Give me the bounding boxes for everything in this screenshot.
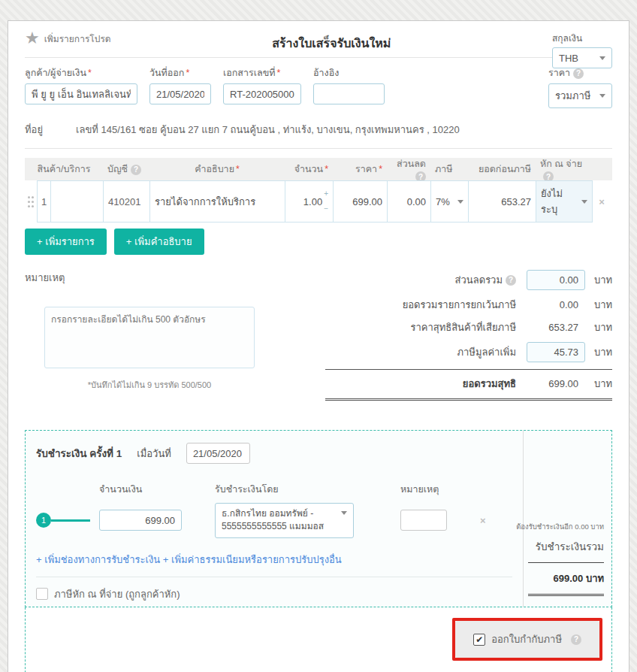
notes-label: หมายเหตุ <box>25 270 295 286</box>
payment-date-input[interactable] <box>186 443 250 464</box>
payment-amount-input[interactable] <box>99 510 182 531</box>
payment-note-input[interactable] <box>400 510 447 531</box>
add-favorite-label: เพิ่มรายการโปรด <box>44 32 111 46</box>
reference-input[interactable] <box>313 83 385 104</box>
pretax-cell: 653.27 <box>469 181 536 222</box>
payment-note-label: หมายเหตุ <box>400 482 475 497</box>
payment-method-value: ธ.กสิกรไทย ออมทรัพย์ - 5555555555555 แมม… <box>222 507 337 534</box>
customer-input[interactable] <box>25 83 137 104</box>
currency-unit: บาท <box>585 272 612 288</box>
wht-value: ยังไม่ระบุ <box>541 186 577 217</box>
wht-checkbox[interactable] <box>36 588 48 600</box>
grand-total-row: ยอดรวมสุทธิ 699.00 บาท <box>325 369 612 401</box>
help-icon[interactable]: ? <box>573 68 584 79</box>
items-table-header: สินค้า/บริการ บัญชี? คำอธิบาย* จำนวน* รา… <box>25 158 612 180</box>
doc-no-field-group: เอกสารเลขที่* <box>223 65 301 108</box>
price-type-label: ราคา <box>548 68 570 78</box>
currency-unit: บาท <box>585 319 612 335</box>
help-icon[interactable]: ? <box>506 275 516 286</box>
page-title: สร้างใบเสร็จรับเงินใหม่ <box>111 31 552 53</box>
account-cell[interactable]: 410201 <box>104 181 150 222</box>
payment-row: 1 ธ.กสิกรไทย ออมทรัพย์ - 5555555555555 แ… <box>36 503 512 538</box>
payment-divider <box>36 577 512 577</box>
table-actions: + เพิ่มรายการ + เพิ่มคำอธิบาย <box>25 229 612 255</box>
customer-label: ลูกค้า/ผู้จ่ายเงิน <box>25 68 86 78</box>
currency-unit: บาท <box>585 376 612 392</box>
table-row: 1 410201 รายได้จากการให้บริการ 1.00 + − … <box>25 180 612 222</box>
tax-invoice-toggle: ✔ ออกใบกำกับภาษี ? <box>455 621 599 658</box>
tax-invoice-checkbox[interactable]: ✔ <box>473 634 485 646</box>
decrement-icon[interactable]: − <box>324 205 328 213</box>
notes-textarea[interactable] <box>44 307 255 368</box>
col-account: บัญชี <box>107 164 128 174</box>
payment-number-badge: 1 <box>36 513 51 528</box>
col-discount: ส่วนลด <box>397 159 426 169</box>
issue-date-input[interactable] <box>149 83 211 104</box>
chevron-down-icon <box>599 94 605 98</box>
invoice-fields: ลูกค้า/ผู้จ่ายเงิน* วันที่ออก* เอกสารเลข… <box>25 65 612 108</box>
increment-icon[interactable]: + <box>324 190 328 198</box>
col-tax: ภาษี <box>430 162 468 177</box>
tax-invoice-label: ออกใบกำกับภาษี <box>491 631 562 647</box>
payment-section: รับชำระเงิน ครั้งที่ 1 เมื่อวันที่ จำนวน… <box>25 430 612 607</box>
payment-title: รับชำระเงิน ครั้งที่ 1 <box>36 445 122 462</box>
tax-exempt-label: ยอดรวมรายการยกเว้นภาษี <box>403 297 516 313</box>
reference-label: อ้างอิง <box>313 65 385 80</box>
currency-unit: บาท <box>586 573 604 584</box>
add-description-button[interactable]: + เพิ่มคำอธิบาย <box>114 229 204 255</box>
receipt-form-card: ★ เพิ่มรายการโปรด สร้างใบเสร็จรับเงินใหม… <box>8 20 629 672</box>
discount-cell[interactable]: 0.00 <box>388 181 431 222</box>
vat-label: ภาษีมูลค่าเพิ่ม <box>457 344 516 360</box>
drag-handle-icon[interactable] <box>25 180 37 222</box>
address-row: ที่อยู่ เลขที่ 145/161 ซอย คู้บอน 27 แยก… <box>25 122 612 138</box>
chevron-down-icon <box>581 200 587 204</box>
doc-no-label: เอกสารเลขที่ <box>223 68 275 78</box>
add-fee-link[interactable]: + เพิ่มค่าธรรมเนียมหรือรายการปรับปรุงอื่… <box>163 554 342 565</box>
notes-counter: *บันทึกได้ไม่เกิน 9 บรรทัด 500/500 <box>44 378 255 392</box>
received-total-label: รับชำระเงินรวม <box>536 538 604 555</box>
price-type-field-group: ราคา? รวมภาษี <box>548 65 612 108</box>
description-cell[interactable]: รายได้จากการให้บริการ <box>150 181 285 222</box>
quantity-cell[interactable]: 1.00 + − <box>285 181 334 222</box>
col-price: ราคา <box>355 164 377 174</box>
totals-block: ส่วนลดรวม? บาท ยอดรวมรายการยกเว้นภาษี 0.… <box>295 270 612 407</box>
annotation-box-tax-invoice: ✔ ออกใบกำกับภาษี ? <box>452 618 602 661</box>
help-icon[interactable]: ? <box>131 165 141 175</box>
items-table: สินค้า/บริการ บัญชี? คำอธิบาย* จำนวน* รา… <box>25 158 612 222</box>
col-description: คำอธิบาย <box>195 164 234 174</box>
tax-select[interactable]: 7% <box>431 181 469 222</box>
add-favorite-button[interactable]: ★ เพิ่มรายการโปรด <box>25 31 111 46</box>
remaining-amount-text: ต้องรับชำระเงินอีก 0.00 บาท <box>516 521 604 532</box>
row-number: 1 <box>38 181 51 222</box>
wht-checkbox-label: ภาษีหัก ณ ที่จ่าย (ถูกลูกค้าหัก) <box>54 586 180 602</box>
required-mark: * <box>186 68 189 78</box>
address-value: เลขที่ 145/161 ซอย คู้บอน 27 แยก 7 ถนนคู… <box>76 122 460 138</box>
notes-totals-section: หมายเหตุ *บันทึกได้ไม่เกิน 9 บรรทัด 500/… <box>25 270 612 407</box>
price-type-select[interactable]: รวมภาษี <box>548 83 612 108</box>
currency-unit: บาท <box>585 297 612 313</box>
address-label: ที่อยู่ <box>25 122 76 138</box>
remove-payment-icon[interactable]: × <box>480 515 486 526</box>
payment-method-select[interactable]: ธ.กสิกรไทย ออมทรัพย์ - 5555555555555 แมม… <box>215 503 354 538</box>
currency-group: สกุลเงิน THB <box>552 31 612 68</box>
vat-row: ภาษีมูลค่าเพิ่ม บาท <box>325 342 612 362</box>
help-icon[interactable]: ? <box>571 634 581 645</box>
badge-connector <box>51 519 90 522</box>
col-wht: หัก ณ จ่าย <box>540 159 582 169</box>
payment-method-label: รับชำระเงินโดย <box>215 482 354 497</box>
wht-select[interactable]: ยังไม่ระบุ <box>536 181 592 222</box>
customer-field-group: ลูกค้า/ผู้จ่ายเงิน* <box>25 65 137 108</box>
doc-no-input[interactable] <box>223 83 301 104</box>
vat-input[interactable] <box>527 342 585 362</box>
total-discount-input[interactable] <box>527 270 585 290</box>
add-item-button[interactable]: + เพิ่มรายการ <box>25 229 107 255</box>
product-cell[interactable] <box>51 181 104 222</box>
quantity-stepper: + − <box>324 190 328 213</box>
col-pretax: ยอดก่อนภาษี <box>468 162 536 177</box>
remove-row-icon[interactable]: × <box>593 180 611 222</box>
quantity-value: 1.00 <box>303 196 322 207</box>
price-cell[interactable]: 699.00 <box>334 181 388 222</box>
add-payment-channel-link[interactable]: + เพิ่มช่องทางการรับชำระเงิน <box>36 554 160 565</box>
tax-exempt-value: 0.00 <box>527 299 585 310</box>
grand-total-label: ยอดรวมสุทธิ <box>463 376 516 392</box>
